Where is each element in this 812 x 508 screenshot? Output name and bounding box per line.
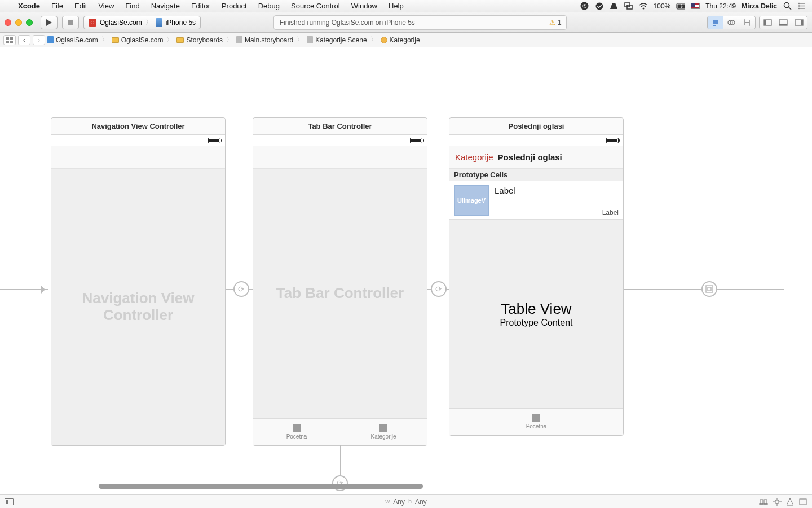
tab-item-pocetna[interactable]: Pocetna: [449, 409, 623, 435]
scene-tab-bar-controller[interactable]: Tab Bar Controller Tab Bar Controller Po…: [253, 117, 427, 446]
placeholder-text: Navigation View Controller: [51, 290, 225, 324]
device-icon: [156, 18, 162, 27]
menu-product[interactable]: Product: [216, 2, 253, 10]
menu-file[interactable]: File: [46, 2, 69, 10]
spotlight-icon[interactable]: [783, 2, 792, 11]
user-name[interactable]: Mirza Delic: [742, 2, 777, 10]
uiimageview-placeholder[interactable]: UIImageV: [454, 185, 489, 216]
tab-item-pocetna[interactable]: Pocetna: [253, 419, 340, 445]
battery-icon: [606, 138, 619, 143]
tab-icon: [532, 414, 540, 422]
scene-poslednji-oglasi[interactable]: Poslednji oglasi Kategorije Poslednji og…: [449, 117, 624, 436]
storyboard-canvas[interactable]: Navigation View Controller Navigation Vi…: [0, 47, 812, 494]
scene-navbar: [253, 146, 427, 169]
breadcrumb-storyboards[interactable]: Storyboards: [176, 36, 223, 44]
svg-marker-18: [46, 19, 52, 26]
toggle-utilities-icon[interactable]: [791, 16, 807, 29]
toggle-navigator-icon[interactable]: [760, 16, 775, 29]
window-controls: [5, 19, 33, 26]
breadcrumb-group[interactable]: OglasiSe.com: [112, 36, 164, 44]
breadcrumb-scene[interactable]: Kategorije Scene: [307, 36, 367, 44]
menu-editor[interactable]: Editor: [186, 2, 216, 10]
resizing-button[interactable]: [798, 498, 807, 506]
tab-label: Pocetna: [526, 423, 547, 430]
svg-rect-39: [708, 287, 711, 291]
standard-editor-icon[interactable]: [708, 16, 723, 29]
breadcrumb-object[interactable]: Kategorije: [381, 36, 420, 44]
editor-mode-segmented[interactable]: [707, 16, 756, 29]
svg-rect-41: [764, 500, 767, 504]
notification-center-icon[interactable]: [797, 2, 806, 11]
panel-toggle-segmented[interactable]: [759, 16, 807, 29]
flag-icon[interactable]: [691, 3, 700, 9]
align-button[interactable]: [759, 498, 768, 506]
tab-item-kategorije[interactable]: Kategorije: [340, 419, 427, 445]
svg-point-15: [798, 3, 800, 5]
minimize-button[interactable]: [15, 19, 22, 26]
segue-icon[interactable]: ⟳: [233, 281, 249, 297]
back-button[interactable]: ‹: [18, 35, 30, 45]
segue-icon[interactable]: ⟳: [431, 281, 447, 297]
cell-detail-label[interactable]: Label: [602, 209, 619, 217]
related-items-button[interactable]: [3, 35, 16, 45]
menu-source-control[interactable]: Source Control: [285, 2, 346, 10]
displays-icon[interactable]: [624, 2, 633, 11]
stop-button[interactable]: [62, 16, 79, 29]
zoom-button[interactable]: [26, 19, 33, 26]
forward-button[interactable]: ›: [33, 35, 45, 45]
size-class-control[interactable]: wAny hAny: [385, 498, 426, 506]
menu-debug[interactable]: Debug: [253, 2, 285, 10]
close-button[interactable]: [5, 19, 11, 26]
app-name[interactable]: Xcode: [12, 2, 46, 10]
prototype-cell[interactable]: UIImageV Label Label: [449, 181, 623, 220]
breadcrumb-project[interactable]: OglasiSe.com: [47, 36, 98, 44]
size-class-w: Any: [393, 498, 405, 506]
status-icon[interactable]: [595, 2, 604, 11]
size-class-h: Any: [415, 498, 427, 506]
menu-find[interactable]: Find: [120, 2, 145, 10]
menu-edit[interactable]: Edit: [69, 2, 92, 10]
tab-label: Kategorije: [370, 433, 396, 440]
scene-statusbar: [253, 135, 427, 146]
document-outline-toggle[interactable]: [5, 498, 14, 505]
menu-view[interactable]: View: [92, 2, 120, 10]
svg-line-50: [800, 499, 802, 501]
pin-button[interactable]: [773, 498, 782, 506]
breadcrumb-file[interactable]: Main.storyboard: [236, 36, 293, 44]
nav-back-button[interactable]: Kategorije: [455, 152, 493, 162]
svg-marker-26: [744, 19, 746, 20]
storyboard-entry-arrow[interactable]: [0, 289, 48, 290]
drive-icon[interactable]: [610, 2, 619, 11]
menu-help[interactable]: Help: [383, 2, 409, 10]
warning-icon: ⚠: [549, 19, 555, 27]
scene-icon: [307, 36, 313, 43]
svg-rect-19: [68, 20, 73, 25]
battery-icon[interactable]: [676, 2, 685, 11]
scene-tabbar: Pocetna: [449, 408, 623, 435]
svg-line-11: [788, 7, 791, 10]
toggle-debug-icon[interactable]: [775, 16, 791, 29]
wifi-icon[interactable]: [639, 2, 648, 11]
horizontal-scrollbar[interactable]: [99, 484, 423, 489]
canvas-bottom-bar: wAny hAny: [0, 494, 812, 508]
svg-rect-36: [6, 41, 9, 43]
project-icon: [47, 36, 54, 43]
resolve-issues-button[interactable]: [786, 498, 794, 506]
menu-window[interactable]: Window: [346, 2, 383, 10]
table-view-body: Table View Prototype Content: [449, 220, 623, 408]
scheme-selector[interactable]: O OglasiSe.com 〉 iPhone 5s: [83, 16, 201, 29]
svg-point-6: [642, 7, 644, 9]
scene-navigation-controller[interactable]: Navigation View Controller Navigation Vi…: [51, 117, 226, 446]
run-button[interactable]: [41, 16, 58, 29]
cell-title-label[interactable]: Label: [495, 186, 515, 195]
scene-navbar: Kategorije Poslednji oglasi: [449, 146, 623, 169]
menu-navigate[interactable]: Navigate: [145, 2, 186, 10]
assistant-editor-icon[interactable]: [723, 16, 739, 29]
viber-icon[interactable]: ✆: [580, 2, 589, 11]
svg-point-16: [798, 5, 800, 7]
issues-indicator[interactable]: ⚠1: [549, 19, 562, 27]
clock[interactable]: Thu 22:49: [705, 2, 736, 10]
segue-embed-icon[interactable]: [701, 281, 717, 297]
version-editor-icon[interactable]: [739, 16, 755, 29]
scheme-app-name: OglasiSe.com: [100, 19, 142, 27]
